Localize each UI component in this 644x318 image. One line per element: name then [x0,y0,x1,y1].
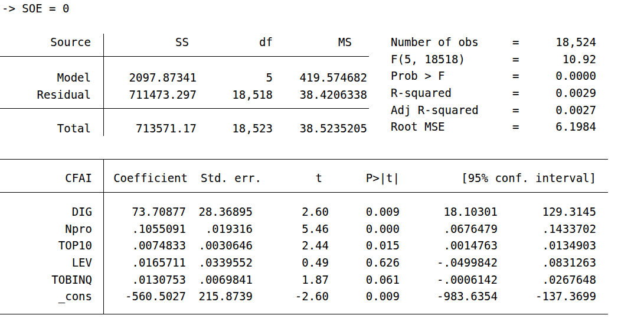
regression-header-rule [0,192,608,193]
coefficient-value: -560.5027 [103,288,189,305]
stata-command-line: -> SOE = 0 [2,0,69,17]
p-value: 0.009 [331,203,401,220]
df-value: 5 [198,69,274,86]
coef-row-dig: DIG 73.70877 28.36895 2.60 0.009 18.1030… [0,203,608,220]
stat-value: 18,524 [519,34,597,51]
stat-label: F(5, 18518) [391,51,512,68]
stat-label: Adj R-squared [391,102,512,119]
p-value: 0.626 [331,254,401,271]
t-value: -2.60 [263,288,331,305]
ci-upper: .1433702 [499,220,598,238]
coef-row-lev: LEV .0165711 .0339552 0.49 0.626 -.04998… [0,254,608,271]
p-value: 0.015 [331,237,401,254]
equals-sign: = [512,118,519,135]
stat-value: 0.0029 [519,85,597,102]
ci-upper: -137.3699 [499,288,598,305]
stderr-header: Std. err. [189,170,263,187]
anova-header-ms: MS [274,34,369,51]
stat-adj-r-squared: Adj R-squared = 0.0027 [391,102,597,119]
variable-name: LEV [0,254,103,271]
depvar-label: CFAI [0,170,103,187]
coef-row-top10: TOP10 .0074833 .0030646 2.44 0.015 .0014… [0,237,608,254]
p-value: 0.009 [331,288,401,305]
coefficient-value: .0074833 [103,237,189,254]
stat-label: R-squared [391,85,512,102]
ms-value: 38.5235205 [274,120,369,137]
ci-lower: .0014763 [401,237,499,254]
p-value-header: P>|t| [331,170,401,187]
t-header: t [263,170,331,187]
anova-table: Source SS df MS Model 2097.87341 5 419.5… [0,34,369,137]
ss-value: 2097.87341 [103,69,198,86]
coefficient-value: 73.70877 [103,203,189,220]
stat-label: Root MSE [391,118,512,135]
stat-number-of-obs: Number of obs = 18,524 [391,34,597,51]
t-value: 2.60 [263,203,331,220]
ci-upper: .0134903 [499,237,598,254]
stderr-value: 215.8739 [189,288,263,305]
coefficient-value: .0165711 [103,254,189,271]
stat-f: F(5, 18518) = 10.92 [391,51,597,68]
coefficient-value: .0130753 [103,271,189,288]
p-value: 0.061 [331,271,401,288]
coefficient-header: Coefficient [103,170,189,187]
ss-value: 713571.17 [103,120,198,137]
regression-top-rule [0,159,608,160]
ci-lower: 18.10301 [401,203,499,220]
anova-header-row: Source SS df MS [0,34,369,51]
coef-row-cons: _cons -560.5027 215.8739 -2.60 0.009 -98… [0,288,608,305]
anova-vertical-divider [103,34,104,136]
regression-vertical-divider [103,159,104,314]
anova-header-df: df [198,34,274,51]
equals-sign: = [512,85,519,102]
ci-upper: .0831263 [499,254,598,271]
model-stats: Number of obs = 18,524 F(5, 18518) = 10.… [391,34,597,135]
ms-value: 38.4206338 [274,86,369,103]
ci-lower: -.0006142 [401,271,499,288]
variable-name: _cons [0,288,103,305]
regression-table: CFAI Coefficient Std. err. t P>|t| [95% … [0,159,608,314]
equals-sign: = [512,34,519,51]
t-value: 5.46 [263,220,331,238]
anova-header-ss: SS [103,34,198,51]
variable-name: Npro [0,220,103,238]
stat-r-squared: R-squared = 0.0029 [391,85,597,102]
stat-label: Number of obs [391,34,512,51]
row-label: Total [0,120,103,137]
ci-upper: 129.3145 [499,203,598,220]
anova-row-residual: Residual 711473.297 18,518 38.4206338 [0,86,369,103]
p-value: 0.000 [331,220,401,238]
t-value: 1.87 [263,271,331,288]
equals-sign: = [512,102,519,119]
ss-value: 711473.297 [103,86,198,103]
coef-row-tobinq: TOBINQ .0130753 .0069841 1.87 0.061 -.00… [0,271,608,288]
variable-name: DIG [0,203,103,220]
df-value: 18,523 [198,120,274,137]
row-label: Model [0,69,103,86]
conf-interval-header: [95% conf. interval] [401,170,598,187]
ci-lower: .0676479 [401,220,499,238]
ci-upper: .0267648 [499,271,598,288]
stderr-value: .0030646 [189,237,263,254]
regression-header-row: CFAI Coefficient Std. err. t P>|t| [95% … [0,170,608,187]
variable-name: TOBINQ [0,271,103,288]
coef-row-npro: Npro .1055091 .019316 5.46 0.000 .067647… [0,220,608,238]
stat-value: 10.92 [519,51,597,68]
stat-prob-f: Prob > F = 0.0000 [391,67,597,85]
equals-sign: = [512,51,519,68]
stata-results-window: -> SOE = 0 Source SS df MS Model 2097.87… [0,0,644,318]
stderr-value: .0069841 [189,271,263,288]
df-value: 18,518 [198,86,274,103]
stat-label: Prob > F [391,67,512,85]
row-label: Residual [0,86,103,103]
anova-row-model: Model 2097.87341 5 419.574682 [0,69,369,86]
stat-value: 6.1984 [519,118,597,135]
anova-header-divider [0,56,369,57]
regression-bottom-rule [0,314,608,314]
stderr-value: .0339552 [189,254,263,271]
stderr-value: 28.36895 [189,203,263,220]
t-value: 0.49 [263,254,331,271]
ms-value: 419.574682 [274,69,369,86]
stat-value: 0.0027 [519,102,597,119]
coefficient-value: .1055091 [103,220,189,238]
